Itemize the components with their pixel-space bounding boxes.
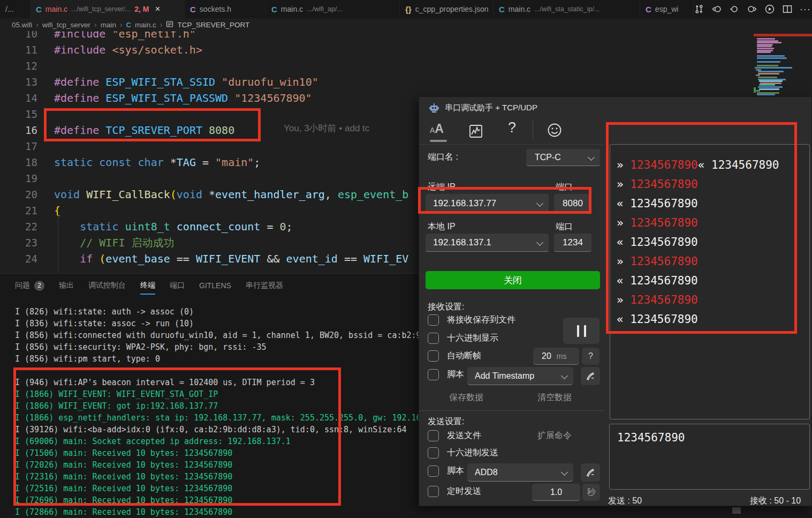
window-title: 串口调试助手 + TCP/UDP [445,103,537,113]
minimap-code-row [757,55,785,57]
timed-send-label: 定时发送 [447,486,481,497]
local-ip-select[interactable]: 192.168.137.1 [426,234,549,252]
editor-tab[interactable]: Csockets.h [185,0,266,18]
navigate-forward-icon[interactable] [747,4,757,14]
editor-tab[interactable]: Cmain.c.../wifi_sta_static_ip/... [494,0,640,18]
tab-label: main.c [281,5,303,13]
save-to-file-checkbox[interactable] [428,314,439,326]
panel-tab-label: 问题 [15,281,30,290]
compare-changes-icon[interactable] [694,4,704,14]
scrollbar-handle[interactable] [732,507,741,514]
editor-tab[interactable]: Cmain.c.../wifi_ap/... [266,0,400,18]
panel-tab-GITLENS[interactable]: GITLENS [199,281,231,292]
local-port-value: 1234 [563,237,583,248]
symbol-icon [166,20,173,29]
breadcrumb-item[interactable]: wifi_tcp_server [42,21,90,29]
seconds-label: 秒 [587,487,596,498]
code-text: if (event_base == WIFI_EVENT && event_id… [54,251,408,267]
local-ip-label: 本地 IP [428,221,456,232]
breadcrumb-item[interactable]: main [101,21,116,29]
panel-tab-调试控制台[interactable]: 调试控制台 [88,281,126,292]
robot-icon [428,102,441,117]
chevron-down-icon [561,372,568,379]
pause-button[interactable] [563,318,599,344]
tab-description: .../wifi_tcp_server/... [71,5,131,13]
editor-tab[interactable]: {}c_cpp_properties.json [400,0,494,18]
auto-frame-label: 自动断帧 [447,350,481,362]
panel-tab-输出[interactable]: 输出 [59,281,74,292]
panel-tab-label: 调试控制台 [88,281,126,290]
navigate-dot-icon[interactable] [729,4,740,14]
minimap-code-row [757,65,778,66]
annotation-rect-terminal-log [13,367,341,506]
editor-tab[interactable]: Cesp_wi [640,0,694,18]
plotter-icon[interactable] [468,124,483,141]
navigate-back-icon[interactable] [711,4,722,14]
panel-tab-label: 串行监视器 [246,281,283,290]
send-script-select[interactable]: ADD8 [467,463,573,482]
minimap-code-row [758,77,777,78]
section-divider [419,410,604,411]
timed-send-checkbox[interactable] [428,486,439,497]
breadcrumb-item[interactable]: main.c [135,21,156,29]
save-data-button[interactable]: 保存数据 [449,392,483,403]
run-code-icon[interactable] [764,4,775,14]
save-to-file-label: 将接收保存到文件 [447,314,515,326]
minimap-code-row [755,67,792,69]
editor-tab[interactable]: Cmain.c.../wifi_tcp_server/...2, M× [31,0,185,18]
send-script-edit-button[interactable] [581,463,600,482]
send-file-checkbox[interactable] [428,430,439,441]
close-icon[interactable]: × [155,4,160,14]
port-type-select[interactable]: TCP-C [526,149,600,166]
minimap-code-row [756,90,760,92]
interval-input[interactable]: 1.0 [532,484,580,501]
annotation-rect-code-define [44,108,261,141]
hex-send-label: 十六进制发送 [447,447,498,459]
send-input[interactable]: 1234567890 [609,424,810,490]
auto-frame-checkbox[interactable] [428,350,439,362]
breadcrumb-item[interactable]: 05.wifi [12,21,32,29]
recv-script-select[interactable]: Add Timestamp [467,367,573,385]
panel-tab-串行监视器[interactable]: 串行监视器 [246,281,283,292]
hex-display-checkbox[interactable] [428,333,439,344]
tab-label: main.c [45,5,67,13]
minimap-code-row [757,50,773,51]
clear-data-button[interactable]: 清空数据 [537,392,572,403]
frame-help-button[interactable]: ? [582,348,599,365]
font-settings-icon[interactable]: AA [430,122,449,141]
minimap-code-row [759,84,775,86]
breadcrumb-item[interactable]: TCP_SREVER_PORT [177,21,249,29]
ms-unit-label: ms [557,352,567,361]
hex-send-checkbox[interactable] [428,447,439,459]
terminal-line: I (856) wifi:connected with duruofu_win1… [15,329,421,341]
frame-ms-input[interactable]: 20 ms [533,348,579,365]
editor-tab[interactable]: /... [0,0,31,18]
panel-tab-label: 终端 [140,281,155,290]
c-file-icon: C [126,21,131,29]
panel-tab-终端[interactable]: 终端 [140,281,155,292]
line-number: 23 [0,235,37,251]
annotation-rect-remote-endpoint [418,187,591,214]
terminal-line: I (856) wifi:pm start, type: 0 [15,353,421,365]
ext-cmd-button[interactable]: 扩展命令 [537,430,572,441]
panel-tab-问题[interactable]: 问题2 [15,281,44,293]
toolbar-bottom-divider [419,144,604,145]
smiley-icon[interactable] [547,122,563,140]
panel-tab-端口[interactable]: 端口 [170,281,185,292]
more-actions-icon[interactable]: ··· [800,4,811,15]
local-port-input[interactable]: 1234 [554,234,591,252]
recv-script-edit-button[interactable] [581,367,600,385]
close-connection-button[interactable]: 关闭 [426,271,600,289]
code-text: #include <sys/socket.h> [54,42,202,58]
tab-label: esp_wi [655,5,679,13]
help-icon[interactable]: ? [508,119,516,136]
line-number: 19 [0,170,37,186]
split-editor-icon[interactable] [782,4,793,14]
terminal-line: I (826) wifi:state: auth -> assoc (0) [15,306,421,318]
local-ip-value: 192.168.137.1 [433,237,491,248]
c-file-icon: C [646,5,651,14]
question-icon: ? [588,351,593,361]
port-name-label: 端口名 : [428,152,458,163]
send-script-checkbox[interactable] [428,466,439,477]
recv-script-checkbox[interactable] [428,369,439,380]
